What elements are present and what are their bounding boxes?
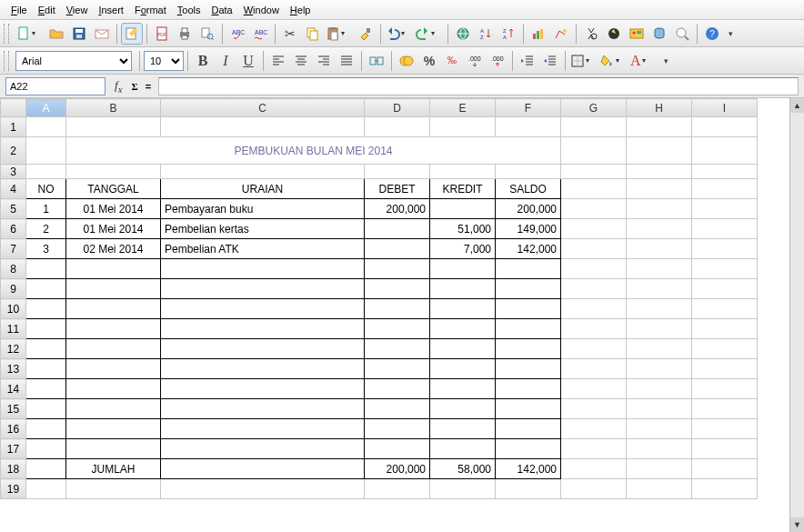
fontcolor-button[interactable]: A▾ [629,50,658,72]
cell[interactable] [561,299,627,319]
cell-tanggal[interactable]: 02 Mei 2014 [66,239,161,259]
cell[interactable] [627,117,692,137]
cell[interactable] [26,399,66,419]
cell[interactable] [66,439,161,459]
cell[interactable] [66,379,161,399]
function-wizard-button[interactable]: fx [109,78,127,95]
cell[interactable] [161,319,365,339]
col-header-C[interactable]: C [161,99,365,117]
cell[interactable] [26,379,66,399]
row-header-6[interactable]: 6 [1,219,26,239]
toolbar-handle[interactable] [4,51,9,71]
export-pdf-button[interactable]: PDF [151,23,173,45]
underline-button[interactable]: U [237,50,259,72]
cell[interactable] [365,165,430,179]
cell-no[interactable]: 3 [26,239,66,259]
spreadsheet-grid[interactable]: ABCDEFGHI12PEMBUKUAN BULAN MEI 201434NOT… [0,98,804,532]
cell-saldo[interactable]: 200,000 [496,199,561,219]
row-header-15[interactable]: 15 [1,399,26,419]
cell[interactable] [561,319,627,339]
row-header-2[interactable]: 2 [1,137,26,165]
totals-debet[interactable]: 200,000 [365,459,430,479]
cell[interactable] [365,419,430,439]
row-header-12[interactable]: 12 [1,339,26,359]
cell[interactable] [66,299,161,319]
cell[interactable] [561,379,627,399]
cell[interactable] [692,239,758,259]
remove-decimal-button[interactable]: .000 [487,50,508,72]
cell[interactable] [627,459,692,479]
cell[interactable] [66,117,161,137]
cell[interactable] [66,399,161,419]
cell[interactable] [365,439,430,459]
align-left-button[interactable] [267,50,289,72]
cell[interactable] [627,279,692,299]
cell-kredit[interactable] [430,199,496,219]
cell[interactable] [430,419,496,439]
cell[interactable] [496,379,561,399]
cell[interactable] [66,319,161,339]
cell-no[interactable]: 1 [26,199,66,219]
col-header-I[interactable]: I [692,99,758,117]
cell[interactable] [430,279,496,299]
cell[interactable] [561,199,627,219]
cell[interactable] [561,479,627,499]
cell[interactable] [561,179,627,199]
cell[interactable] [496,319,561,339]
cell[interactable] [561,419,627,439]
merge-cells-button[interactable] [366,50,387,72]
cell[interactable] [496,259,561,279]
cell[interactable] [692,459,758,479]
cell[interactable] [161,479,365,499]
cell[interactable] [692,399,758,419]
cell[interactable] [430,339,496,359]
cell[interactable] [627,419,692,439]
print-button[interactable] [174,23,196,45]
cell[interactable] [561,439,627,459]
cell-uraian[interactable]: Pembayaran buku [161,199,365,219]
cell[interactable] [430,165,496,179]
cell[interactable] [561,137,627,165]
italic-button[interactable]: I [215,50,236,72]
scroll-up-button[interactable]: ▲ [790,98,804,113]
vertical-scrollbar[interactable]: ▲ ▼ [789,98,804,532]
cell-debet[interactable] [365,219,430,239]
table-header-saldo[interactable]: SALDO [496,179,561,199]
menu-format[interactable]: Format [129,2,172,18]
sort-desc-button[interactable]: ZA [497,23,519,45]
cell-tanggal[interactable]: 01 Mei 2014 [66,219,161,239]
cell-kredit[interactable]: 7,000 [430,239,496,259]
autospell-button[interactable]: ABC [249,23,271,45]
cell[interactable] [496,399,561,419]
standard-format-button[interactable]: ‰ [441,50,463,72]
menu-file[interactable]: File [5,2,33,18]
currency-button[interactable] [396,50,417,72]
cell[interactable] [561,259,627,279]
cell[interactable] [692,137,758,165]
menu-data[interactable]: Data [206,2,237,18]
cell[interactable] [561,219,627,239]
cell[interactable] [627,179,692,199]
undo-button[interactable]: ▾ [385,23,414,45]
cell[interactable] [161,419,365,439]
cell[interactable] [627,439,692,459]
cell[interactable] [66,279,161,299]
cell-debet[interactable] [365,239,430,259]
sheet-title[interactable]: PEMBUKUAN BULAN MEI 2014 [66,137,561,165]
cell[interactable] [26,459,66,479]
cell[interactable] [561,359,627,379]
cell[interactable] [26,319,66,339]
col-header-F[interactable]: F [496,99,561,117]
cell[interactable] [692,165,758,179]
menu-insert[interactable]: Insert [93,2,129,18]
cell[interactable] [561,399,627,419]
spellcheck-button[interactable]: ABC [226,23,248,45]
cell[interactable] [66,165,161,179]
toolbar-overflow[interactable]: ▾ [659,50,672,72]
sum-button[interactable]: Σ [131,81,137,92]
cell[interactable] [430,259,496,279]
menu-view[interactable]: View [61,2,94,18]
borders-button[interactable]: ▾ [569,50,598,72]
cell[interactable] [561,117,627,137]
cell[interactable] [430,399,496,419]
